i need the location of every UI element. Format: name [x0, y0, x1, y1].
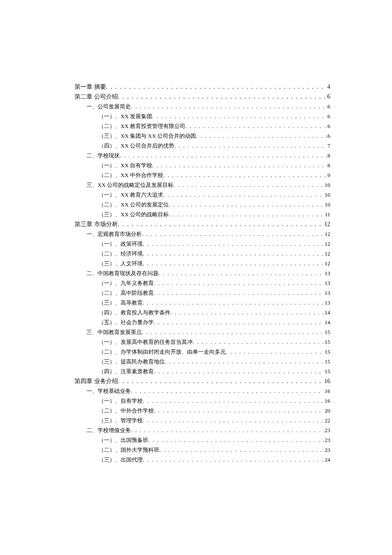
toc-page-number: 16 [323, 378, 330, 385]
toc-title: 第四章 业务介绍 [75, 378, 118, 385]
toc-entry[interactable]: 第三章 市场分析12 [75, 221, 330, 228]
toc-entry[interactable]: （一）、政策环境12 [98, 240, 330, 248]
toc-leader-dots [154, 407, 324, 414]
toc-leader-dots [143, 417, 324, 424]
toc-title: 第一章 摘要 [75, 83, 106, 91]
toc-page-number: 16 [324, 398, 330, 404]
toc-title: （一）、XX 发展集团 [98, 113, 152, 120]
toc-entry[interactable]: （三）、XX 集团与 XX 公司合并的动因6 [98, 132, 330, 140]
toc-entry[interactable]: （四）、注重素质教育15 [98, 368, 330, 375]
toc-page-number: 10 [324, 182, 330, 189]
toc-leader-dots [143, 260, 324, 267]
toc-title: （二）、经济环境 [98, 250, 143, 258]
toc-entry[interactable]: （一）、XX 发展集团6 [98, 113, 330, 120]
toc-leader-dots [143, 299, 324, 306]
toc-entry[interactable]: 一、学校基础业务16 [86, 387, 330, 395]
toc-leader-dots [185, 123, 326, 130]
toc-entry[interactable]: （四）、XX 公司合并后的优势7 [98, 142, 330, 150]
toc-page-number: 10 [324, 192, 330, 198]
toc-entry[interactable]: （二）、XX 公司的发展定位10 [98, 201, 330, 209]
toc-page-number: 15 [324, 329, 330, 336]
toc-leader-dots [159, 270, 324, 277]
toc-title: （五）、社会力量办学 [98, 319, 154, 326]
toc-page-number: 6 [327, 123, 331, 130]
toc-title: 第二章 公司介绍 [75, 93, 118, 101]
toc-entry[interactable]: （一）、发展高中教育的任务首当其冲15 [98, 338, 330, 346]
toc-entry[interactable]: 三、XX 公司的战略定位及发展目标10 [86, 181, 330, 189]
toc-entry[interactable]: 一、宏观教育市场分析12 [86, 230, 330, 238]
toc-title: （一）、九年义务教育 [98, 279, 154, 287]
toc-title: （二）、XX 教育投资管理有限公司 [98, 122, 185, 130]
toc-leader-dots [118, 221, 324, 228]
toc-page-number: 8 [327, 152, 331, 159]
toc-entry[interactable]: （三）、人文环境12 [98, 260, 330, 267]
toc-title: 第三章 市场分析 [75, 221, 118, 228]
toc-entry[interactable]: （一）、XX 自有学校8 [98, 162, 330, 169]
toc-leader-dots [142, 329, 324, 336]
toc-entry[interactable]: （五）、社会力量办学14 [98, 319, 330, 326]
toc-page-number: 10 [324, 201, 330, 208]
toc-leader-dots [118, 378, 324, 385]
toc-entry[interactable]: （二）、中外合作学校20 [98, 407, 330, 415]
toc-entry[interactable]: 二、中国教育现状及存在问题13 [86, 270, 330, 277]
toc-entry[interactable]: （三）、高等教育13 [98, 299, 330, 307]
toc-entry[interactable]: 第一章 摘要4 [75, 83, 330, 91]
toc-page-number: 23 [324, 437, 330, 444]
toc-entry[interactable]: （一）、出国预备班23 [98, 436, 330, 444]
toc-page-number: 15 [324, 358, 330, 365]
toc-title: （二）、办学体制由封闭走向开放、由单一走向多元 [98, 348, 226, 356]
toc-page-number: 12 [324, 260, 330, 267]
toc-leader-dots [173, 182, 324, 189]
toc-entry[interactable]: 第二章 公司介绍6 [75, 93, 330, 101]
toc-page-number: 8 [327, 162, 331, 169]
toc-page-number: 6 [327, 133, 331, 139]
toc-entry[interactable]: 一、公司发展简史6 [86, 103, 330, 110]
toc-leader-dots [196, 133, 326, 139]
toc-leader-dots [165, 358, 324, 365]
toc-page-number: 24 [324, 456, 330, 463]
toc-entry[interactable]: （三）、出国代理24 [98, 456, 330, 464]
toc-title: （二）、XX 中外合作学校 [98, 171, 163, 179]
toc-entry[interactable]: （一）、XX 教育六大追求10 [98, 191, 330, 199]
toc-leader-dots [131, 427, 324, 434]
toc-page-number: 15 [324, 349, 330, 355]
toc-leader-dots [143, 241, 324, 247]
toc-entry[interactable]: （一）、自有学校16 [98, 397, 330, 405]
toc-entry[interactable]: 三、中国教育发展重点15 [86, 328, 330, 336]
toc-page-number: 23 [324, 427, 330, 434]
toc-entry[interactable]: 二、学校增值业务23 [86, 427, 330, 434]
toc-entry[interactable]: （四）、教育投入与教学条件14 [98, 309, 330, 317]
toc-entry[interactable]: （二）、经济环境12 [98, 250, 330, 258]
toc-leader-dots [154, 368, 324, 375]
toc-entry[interactable]: （一）、九年义务教育13 [98, 279, 330, 287]
toc-entry[interactable]: 二、学校现状8 [86, 152, 330, 160]
toc-entry[interactable]: （二）、XX 教育投资管理有限公司6 [98, 122, 330, 130]
toc-page-number: 12 [323, 221, 330, 228]
toc-title: （一）、XX 自有学校 [98, 162, 152, 169]
toc-leader-dots [169, 201, 324, 208]
toc-page-number: 13 [324, 270, 330, 277]
toc-leader-dots [143, 250, 324, 257]
toc-title: （三）、高等教育 [98, 299, 143, 307]
toc-entry[interactable]: 第四章 业务介绍16 [75, 378, 330, 385]
toc-entry[interactable]: （二）、国外大学预科班23 [98, 446, 330, 454]
toc-leader-dots [226, 349, 324, 355]
toc-page-number: 9 [327, 172, 331, 179]
toc-title: 三、XX 公司的战略定位及发展目标 [86, 181, 173, 189]
toc-title: （三）、管理学校 [98, 417, 143, 424]
toc-leader-dots [163, 172, 326, 179]
toc-title: （二）、XX 公司的发展定位 [98, 201, 169, 209]
toc-entry[interactable]: （二）、办学体制由封闭走向开放、由单一走向多元15 [98, 348, 330, 356]
toc-title: 一、学校基础业务 [86, 387, 131, 395]
toc-title: （三）、XX 集团与 XX 公司合并的动因 [98, 132, 196, 140]
toc-leader-dots [106, 84, 327, 90]
toc-entry[interactable]: （三）、提高民办教育地位15 [98, 358, 330, 366]
toc-page-number: 16 [324, 388, 330, 395]
toc-entry[interactable]: （三）、XX 公司的战略目标11 [98, 211, 330, 218]
toc-page-number: 23 [324, 447, 330, 453]
toc-leader-dots [163, 192, 324, 198]
toc-entry[interactable]: （二）、XX 中外合作学校9 [98, 171, 330, 179]
toc-entry[interactable]: （二）、高中阶段教育13 [98, 289, 330, 297]
toc-entry[interactable]: （三）、管理学校22 [98, 417, 330, 424]
toc-page-number: 13 [324, 280, 330, 287]
